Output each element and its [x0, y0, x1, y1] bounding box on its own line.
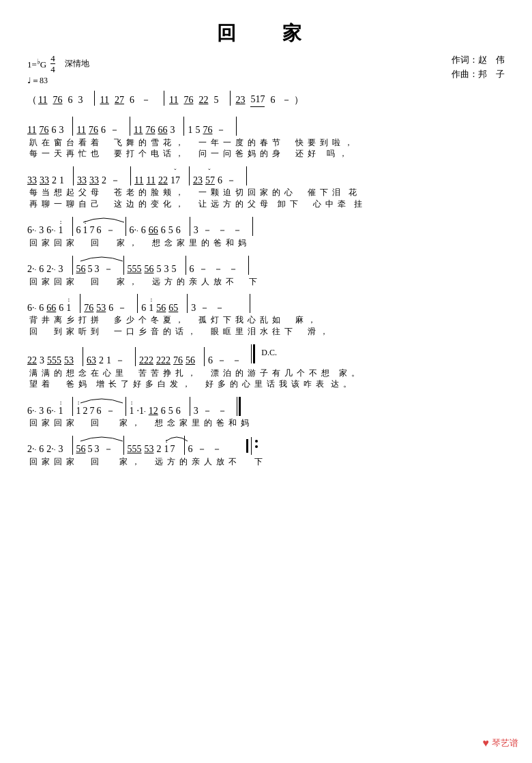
intro-n8: 11 — [169, 93, 178, 107]
score-content: （ 11 76 6 3 11 27 6 － 11 — [27, 91, 505, 468]
intro-paren-open: （ — [27, 93, 37, 107]
lyrics-6a: 满满 的想 念在 心里 苦苦 挣扎， 漂泊的 游子 有 几个 不想 家。 — [27, 368, 505, 379]
page: 回 家 1=♭G 4 4 深情地 ♩＝83 作词：赵 伟 作曲：邦 子 （ 11 — [0, 0, 532, 763]
lyrics-8: 回 家 回 家 回 家， 远方的 亲人 放 不 下 — [27, 456, 505, 468]
key-sig: 1=♭G — [27, 57, 46, 70]
row-group-2: 33 33 2 1 33 33 2 － 11 11 22 ˘17 23 ˘5 — [27, 166, 505, 210]
intro-notes: （ 11 76 6 3 11 27 6 － 11 — [27, 91, 505, 107]
lyrics-1b: 每一 天再 忙 也 要打 个电 话， 问一 问爸 妈的 身 还好 吗， — [27, 148, 505, 160]
song-title: 回 家 — [27, 20, 505, 46]
intro-n6: 27 — [115, 93, 124, 107]
repeat-end-bar — [246, 437, 258, 455]
row-group-4: 2· 6 2· 3 56 5 3 － 555 56 — [27, 256, 505, 288]
lyrics-1a: 趴在 窗台 看 着 飞舞 的雪 花， 一年 一度 的春 节 快要 到啦， — [27, 137, 505, 149]
lyrics-5a: 背井 离乡 打拼 多少 个冬 夏， 孤灯 下 我心 乱如 麻， — [27, 314, 505, 326]
intro-paren-close: ） — [294, 93, 304, 107]
notes-5: 6· 6 66 6 ·1 76 53 6 － 6 ·1 56 65 — [27, 294, 505, 314]
double-bar-end — [251, 344, 255, 363]
row-group-7: 6· 3 6· ·1 ·1 2 7 6 — [27, 397, 505, 429]
meta-row: 1=♭G 4 4 深情地 ♩＝83 作词：赵 伟 作曲：邦 子 — [27, 53, 505, 87]
intro-n11: 5 — [213, 93, 218, 107]
notes-4: 2· 6 2· 3 56 5 3 － 555 56 — [27, 256, 505, 276]
row-group-5: 6· 6 66 6 ·1 76 53 6 － 6 ·1 56 65 — [27, 294, 505, 338]
lyrics-5b: 回 到家 听到 一口 乡音 的话， 眼眶 里泪 水往 下 滑， — [27, 326, 505, 338]
row-group-3: 6· 3 6· ·1 6 ·1 7 6 — [27, 217, 505, 249]
lyrics-2a: 每当 想起 父母 苍老 的脸 颊， 一颗 迫切 回家 的心 催下 泪 花 — [27, 187, 505, 198]
notes-6: 22 3 555 53 63 2 1 － 222 222 76 56 6 － － — [27, 344, 505, 368]
intro-n2: 76 — [53, 93, 62, 107]
time-signature: 1=♭G 4 4 深情地 — [27, 53, 89, 75]
intro-n12: 23 — [235, 93, 245, 107]
watermark: ♥ 琴艺谱 — [483, 737, 519, 749]
meta-left: 1=♭G 4 4 深情地 ♩＝83 — [27, 53, 89, 87]
lyrics-2b: 再聊 一聊 自己 这边 的变 化， 让远 方的 父母 卸下 心中 牵 挂 — [27, 198, 505, 210]
intro-n1: 11 — [38, 93, 47, 107]
row-group-1: 11 76 6 3 11 76 6 － 11 76 66 3 1 5 — [27, 117, 505, 160]
intro-n10: 22 — [198, 93, 208, 107]
intro-section: （ 11 76 6 3 11 27 6 － 11 — [27, 91, 505, 107]
meta-right: 作词：赵 伟 作曲：邦 子 — [452, 53, 505, 82]
tempo: ♩＝83 — [27, 75, 89, 87]
lyrics-6b: 望着 爸妈 增长 了 好多 白发， 好多的 心里 话 我该 咋表 达。 — [27, 378, 505, 390]
notes-7: 6· 3 6· ·1 ·1 2 7 6 — [27, 397, 505, 417]
lyricist: 作词：赵 伟 — [452, 53, 505, 68]
intro-n14: 6 — [270, 93, 275, 107]
watermark-text: 琴艺谱 — [492, 737, 518, 749]
intro-n7: 6 — [130, 93, 134, 107]
lyrics-4: 回 家 回 家 回 家， 远方的 亲人 放 不 下 — [27, 276, 505, 288]
notes-3: 6· 3 6· ·1 6 ·1 7 6 — [27, 217, 505, 237]
dc-label: D.C. — [261, 347, 277, 359]
lyrics-7: 回 家 回 家 回 家， 想念 家里 的 爸 和 妈 — [27, 417, 505, 429]
composer: 作曲：邦 子 — [452, 68, 505, 82]
intro-n4: 3 — [78, 93, 83, 107]
heart-icon: ♥ — [483, 737, 490, 749]
time-fraction: 4 4 — [50, 53, 55, 75]
row-group-8: 2· 6 2· 3 56 5 3 － 555 53 — [27, 436, 505, 468]
intro-n5: 11 — [100, 93, 108, 107]
row-group-6: 22 3 555 53 63 2 1 － 222 222 76 56 6 － － — [27, 344, 505, 390]
intro-n3: 6 — [68, 93, 72, 107]
style-marking: 深情地 — [65, 58, 89, 70]
intro-n13: 517 — [250, 93, 265, 107]
notes-2: 33 33 2 1 33 33 2 － 11 11 22 ˘17 23 ˘5 — [27, 166, 505, 187]
notes-8: 2· 6 2· 3 56 5 3 － 555 53 — [27, 436, 505, 456]
notes-1: 11 76 6 3 11 76 6 － 11 76 66 3 1 5 — [27, 117, 505, 137]
repeat-bar — [237, 397, 241, 416]
lyrics-3: 回 家 回 家 回 家， 想念 家里 的 爸 和 妈 — [27, 237, 505, 249]
intro-n9: 76 — [183, 93, 193, 107]
